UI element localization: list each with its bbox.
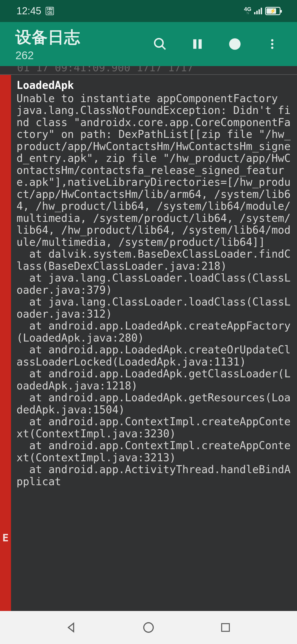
status-right: 4G ↑↓ ⚡	[244, 7, 280, 15]
status-bar: 12:45 HMOS 4G ↑↓ ⚡	[0, 0, 297, 22]
svg-point-4	[229, 38, 241, 50]
nav-bar	[0, 611, 297, 644]
harmonyos-badge: HMOS	[46, 7, 54, 15]
svg-rect-2	[193, 39, 197, 49]
log-message: Unable to instantiate appComponentFactor…	[16, 92, 294, 488]
svg-point-6	[271, 43, 273, 45]
svg-rect-9	[222, 624, 229, 631]
svg-point-8	[144, 623, 153, 632]
log-entry: E LoadedApk Unable to instantiate appCom…	[0, 75, 297, 611]
pause-icon[interactable]	[189, 36, 206, 52]
log-prev-fragment: 01 17 09:41:09.900 1717 1717	[0, 66, 297, 75]
svg-line-1	[162, 46, 166, 50]
status-time: 12:45	[16, 5, 41, 17]
log-level-badge: E	[0, 75, 11, 611]
log-tag: LoadedApk	[16, 79, 294, 91]
svg-point-5	[271, 39, 273, 41]
nav-home-icon[interactable]	[140, 619, 157, 636]
log-area[interactable]: 01 17 09:41:09.900 1717 1717 E LoadedApk…	[0, 66, 297, 611]
svg-point-0	[155, 39, 163, 47]
signal-icon	[254, 8, 262, 14]
nav-recents-icon[interactable]	[217, 619, 234, 636]
search-icon[interactable]	[152, 36, 168, 52]
more-icon[interactable]	[264, 36, 280, 52]
screen: 12:45 HMOS 4G ↑↓ ⚡ 设备日志 262	[0, 0, 297, 644]
battery-icon: ⚡	[265, 7, 280, 15]
page-title: 设备日志	[15, 27, 152, 48]
record-icon[interactable]	[227, 36, 243, 52]
svg-rect-3	[199, 39, 202, 49]
log-count: 262	[15, 49, 152, 62]
app-titles: 设备日志 262	[15, 27, 152, 62]
app-actions	[152, 36, 289, 52]
svg-point-7	[271, 47, 273, 49]
app-bar: 设备日志 262	[0, 22, 297, 66]
nav-back-icon[interactable]	[63, 619, 80, 636]
status-left: 12:45 HMOS	[16, 5, 54, 17]
network-indicator: 4G ↑↓	[244, 7, 251, 15]
log-body: LoadedApk Unable to instantiate appCompo…	[11, 75, 297, 487]
